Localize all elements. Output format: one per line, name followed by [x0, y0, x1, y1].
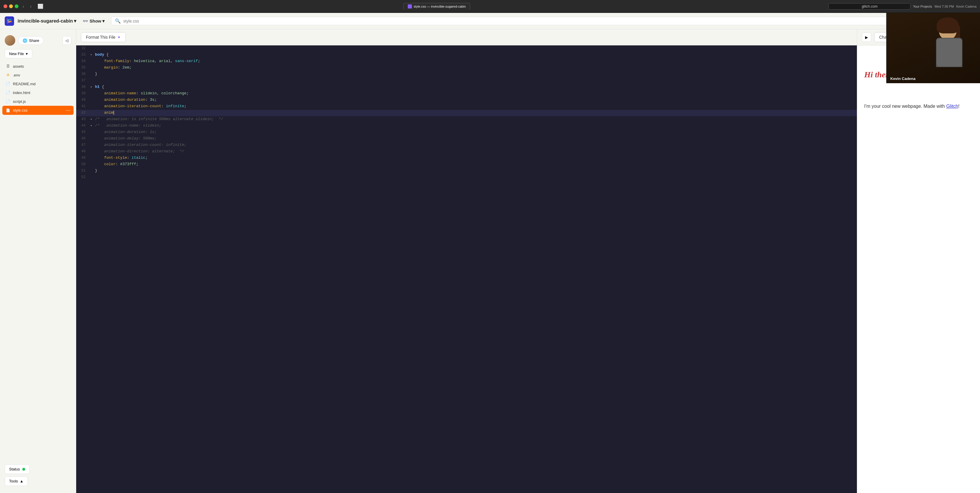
code-line-33: 33 ▾ body {: [76, 52, 857, 58]
show-button[interactable]: 👓 Show ▾: [80, 17, 108, 25]
code-line-35: 35 margin: 2em;: [76, 65, 857, 71]
file-item-index[interactable]: 📄 index.html: [2, 88, 73, 97]
file-item-script[interactable]: 📄 script.js: [2, 97, 73, 106]
status-button[interactable]: Status: [5, 464, 30, 474]
tools-button[interactable]: Tools ▲: [5, 476, 28, 486]
code-line-38: 38 ▾ h1 {: [76, 84, 857, 90]
env-icon: ⚙: [5, 72, 11, 78]
line-arrow: [90, 103, 95, 104]
file-search-input[interactable]: [123, 19, 952, 24]
line-fold-arrow[interactable]: ▾: [90, 52, 95, 57]
show-label: Show: [89, 19, 101, 24]
file-more-button[interactable]: ⋯: [66, 108, 71, 113]
line-arrow: [90, 65, 95, 66]
sidebar: 🌐 Share ◁ New File ▾ ☰ assets ⚙ .env 📄 R…: [0, 29, 76, 493]
line-content: anim: [95, 110, 857, 116]
titlebar-right: Wed 7:36 PM Kevin Cadena: [934, 5, 977, 8]
preview-play-button[interactable]: ▶: [862, 33, 871, 42]
line-arrow: [90, 71, 95, 72]
app-header: 🎏 invincible-sugared-cabin ▾ 👓 Show ▾ 🔍 …: [0, 13, 980, 29]
project-name-chevron-icon: ▾: [74, 18, 76, 24]
editor-pane: Format This File ✦ 32 33 ▾ body { 34 fo: [76, 29, 857, 493]
line-number: 40: [76, 97, 90, 103]
code-line-39: 39 animation-name: slidein, colorchange;: [76, 90, 857, 97]
close-traffic-light[interactable]: [3, 5, 7, 8]
traffic-lights: [3, 5, 19, 8]
new-file-button[interactable]: New File ▾: [5, 49, 32, 58]
person-shirt: [937, 39, 962, 67]
preview-text-part2: !: [958, 104, 959, 109]
show-eyes-icon: 👓: [83, 19, 88, 24]
line-number: 34: [76, 58, 90, 64]
preview-content: 🐟 🐠 ▾ Hi there! I'm your cool new webpag…: [857, 45, 980, 493]
file-item-env[interactable]: ⚙ .env: [2, 71, 73, 79]
code-line-36: 36 }: [76, 71, 857, 78]
format-button[interactable]: Format This File ✦: [81, 32, 126, 42]
file-item-assets[interactable]: ☰ assets: [2, 62, 73, 71]
line-fold-arrow[interactable]: ▾: [90, 84, 95, 90]
line-arrow: [90, 168, 95, 169]
line-content: animation-iteration-count: infinite;: [95, 142, 857, 148]
new-file-arrow-icon: ▾: [26, 52, 28, 56]
line-content: color: #373fff;: [95, 162, 857, 168]
preview-glitch-link[interactable]: Glitch: [946, 104, 958, 109]
line-number: 41: [76, 103, 90, 109]
file-item-readme[interactable]: 📄 README.md: [2, 79, 73, 88]
file-name-index: index.html: [13, 90, 30, 95]
code-line-43: 43 ▾ /* animation: 1s infinite 500ms alt…: [76, 116, 857, 123]
webcam-name-label: Kevin Cadena: [890, 76, 915, 81]
search-icon: 🔍: [115, 18, 121, 24]
line-arrow: [90, 174, 95, 175]
code-line-46: 46 animation-delay: 500ms;: [76, 136, 857, 142]
forward-button[interactable]: ›: [28, 3, 33, 10]
line-content: animation-duration: 3s;: [95, 97, 857, 103]
format-sparkle-icon: ✦: [117, 35, 121, 40]
line-arrow: [90, 129, 95, 130]
code-line-42: 42 anim: [76, 110, 857, 116]
code-line-44: 44 ▾ /* animation-name: slidein;: [76, 123, 857, 129]
fullscreen-traffic-light[interactable]: [15, 5, 19, 8]
back-button[interactable]: ‹: [21, 3, 26, 10]
line-fold-arrow[interactable]: ▾: [90, 116, 95, 122]
line-content: animation-iteration-count: infinite;: [95, 103, 857, 109]
address-bar[interactable]: glitch.com: [829, 3, 910, 10]
collapse-sidebar-button[interactable]: ◁: [62, 36, 71, 45]
code-line-37: 37: [76, 78, 857, 84]
line-content: h1 {: [95, 84, 857, 90]
line-number: 36: [76, 71, 90, 77]
main-layout: 🌐 Share ◁ New File ▾ ☰ assets ⚙ .env 📄 R…: [0, 29, 980, 493]
line-content: }: [95, 168, 857, 174]
line-number: 38: [76, 84, 90, 90]
file-search-bar[interactable]: 🔍: [111, 17, 956, 25]
webcam-video: [887, 13, 980, 83]
readme-icon: 📄: [5, 81, 11, 86]
webcam-overlay: Kevin Cadena: [886, 13, 980, 83]
line-content: animation-direction: alternate; */: [95, 149, 857, 155]
user-display: Kevin Cadena: [956, 5, 977, 8]
line-fold-arrow[interactable]: ▾: [90, 123, 95, 128]
line-arrow: [90, 110, 95, 111]
format-label: Format This File: [86, 35, 116, 40]
sidebar-toggle-button[interactable]: ⬜: [36, 3, 45, 10]
preview-body-text: I'm your cool new webpage. Made with Gli…: [864, 103, 959, 110]
minimize-traffic-light[interactable]: [9, 5, 13, 8]
sidebar-top: 🌐 Share ◁: [0, 33, 76, 49]
share-button[interactable]: 🌐 Share: [18, 36, 44, 45]
project-name-button[interactable]: invincible-sugared-cabin ▾: [18, 18, 76, 24]
code-line-49: 49 font-style: italic;: [76, 155, 857, 162]
line-arrow: [90, 162, 95, 162]
play-icon: ▶: [865, 35, 868, 40]
your-projects-button[interactable]: Your Projects: [913, 5, 932, 8]
editor-toolbar: Format This File ✦: [76, 29, 857, 45]
file-item-style[interactable]: 📄 style.css ⋯: [2, 106, 73, 115]
active-tab[interactable]: style.css — invincible-sugared-cabin: [403, 3, 470, 10]
code-editor[interactable]: 32 33 ▾ body { 34 font-family: helvetica…: [76, 45, 857, 493]
line-number: 48: [76, 149, 90, 154]
code-line-45: 45 animation-duration: 1s;: [76, 129, 857, 136]
line-number: 33: [76, 52, 90, 58]
file-name-script: script.js: [13, 99, 26, 104]
line-content: animation-duration: 1s;: [95, 129, 857, 135]
line-arrow: [90, 58, 95, 59]
line-content: font-family: helvetica, arial, sans-seri…: [95, 58, 857, 65]
line-arrow: [90, 155, 95, 156]
